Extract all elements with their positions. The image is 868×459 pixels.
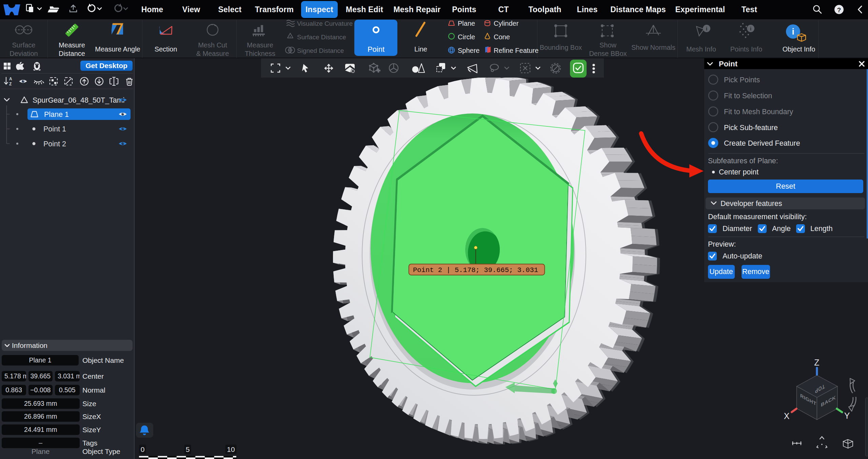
svg-text:X: X bbox=[784, 411, 790, 421]
svg-text:Reset: Reset bbox=[776, 182, 795, 190]
svg-text:Subfeatures of Plane:: Subfeatures of Plane: bbox=[708, 157, 778, 165]
svg-text:Fit to Selection: Fit to Selection bbox=[724, 92, 772, 100]
svg-text:Z: Z bbox=[814, 358, 819, 367]
svg-text:Point 2: Point 2 bbox=[43, 140, 66, 148]
svg-text:?: ? bbox=[837, 6, 841, 14]
svg-text:Diameter: Diameter bbox=[723, 225, 752, 233]
svg-text:SpurGear_06_48_50T_Tami: SpurGear_06_48_50T_Tami bbox=[33, 96, 124, 104]
svg-text:Pick Sub-feature: Pick Sub-feature bbox=[724, 124, 778, 132]
svg-text:Point 2 | 5.178; 39.665; 3.0: Point 2 | 5.178; 39.665; 3.031 bbox=[413, 266, 538, 274]
svg-text:Y: Y bbox=[844, 411, 850, 420]
svg-text:Length: Length bbox=[810, 225, 833, 233]
svg-text:Point: Point bbox=[368, 45, 384, 54]
svg-text:i: i bbox=[750, 26, 751, 32]
svg-text:Default measurement visibility: Default measurement visibility: bbox=[708, 213, 807, 221]
svg-text:Developer features: Developer features bbox=[721, 200, 782, 208]
svg-text:Auto-update: Auto-update bbox=[723, 252, 762, 260]
svg-text:Create Derived Feature: Create Derived Feature bbox=[724, 139, 800, 147]
svg-text:10: 10 bbox=[227, 445, 235, 453]
svg-text:Fit to Mesh Boundary: Fit to Mesh Boundary bbox=[724, 108, 793, 116]
svg-text:Update: Update bbox=[709, 268, 733, 276]
svg-text:Preview:: Preview: bbox=[708, 240, 736, 248]
svg-text:i: i bbox=[706, 26, 707, 32]
svg-text:Plane 1: Plane 1 bbox=[44, 110, 69, 119]
svg-text:Remove: Remove bbox=[742, 268, 769, 276]
svg-text:5: 5 bbox=[186, 445, 190, 453]
svg-text:0: 0 bbox=[141, 445, 145, 453]
svg-text:Point: Point bbox=[719, 60, 738, 68]
svg-text:A: A bbox=[9, 77, 12, 81]
svg-text:Angle: Angle bbox=[772, 225, 791, 233]
svg-text:Pick Points: Pick Points bbox=[724, 76, 760, 84]
svg-text:Z: Z bbox=[9, 82, 12, 86]
svg-text:i: i bbox=[792, 26, 794, 37]
svg-text:Point 1: Point 1 bbox=[43, 125, 66, 133]
svg-text:Center point: Center point bbox=[719, 168, 758, 176]
